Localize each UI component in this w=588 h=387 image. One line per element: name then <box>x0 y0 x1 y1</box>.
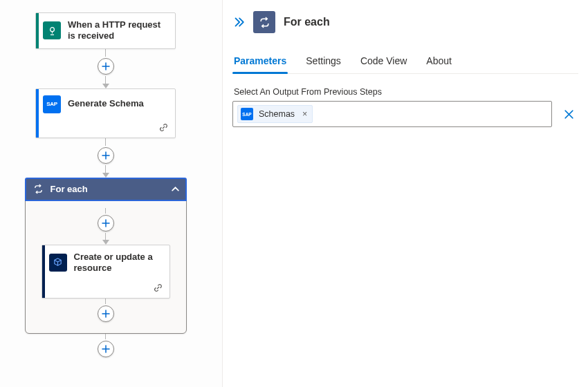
clear-field-button[interactable] <box>559 104 578 124</box>
token-label: Schemas <box>259 109 295 119</box>
add-step-button[interactable] <box>98 147 114 164</box>
collapse-panel-button[interactable] <box>232 16 245 28</box>
resource-icon <box>49 254 67 272</box>
add-step-button[interactable] <box>98 341 114 357</box>
step-title: Generate Schema <box>68 98 144 109</box>
output-field-label: Select An Output From Previous Steps <box>234 87 578 97</box>
tab-settings[interactable]: Settings <box>306 51 341 73</box>
loop-icon <box>33 184 44 194</box>
add-step-button[interactable] <box>98 58 114 75</box>
panel-title: For each <box>284 16 330 28</box>
step-title: Create or update a resource <box>74 252 163 274</box>
foreach-header[interactable]: For each <box>25 178 187 201</box>
http-icon <box>43 21 61 39</box>
sap-icon: SAP <box>241 108 253 120</box>
workflow-foreach-container[interactable]: For each Create or update a <box>25 178 187 334</box>
add-step-button[interactable] <box>98 215 114 232</box>
output-selection-field[interactable]: SAP Schemas × <box>232 101 552 127</box>
panel-tabs: Parameters Settings Code View About <box>234 51 578 74</box>
tab-code-view[interactable]: Code View <box>360 51 407 73</box>
token-remove-button[interactable]: × <box>300 109 307 119</box>
loop-icon <box>253 11 275 33</box>
accent-bar <box>36 89 39 138</box>
workflow-canvas: When a HTTP request is received SAP Gene… <box>0 0 223 387</box>
details-panel: For each Parameters Settings Code View A… <box>223 0 588 387</box>
add-step-button[interactable] <box>98 305 114 322</box>
link-icon <box>158 122 169 133</box>
workflow-step-generate-schema[interactable]: SAP Generate Schema <box>35 88 176 138</box>
step-title: When a HTTP request is received <box>68 19 168 42</box>
foreach-title: For each <box>50 184 88 194</box>
accent-bar <box>36 13 39 48</box>
token-schemas[interactable]: SAP Schemas × <box>237 105 313 123</box>
link-icon <box>153 283 163 293</box>
accent-bar <box>42 245 45 299</box>
tab-about[interactable]: About <box>426 51 452 73</box>
workflow-step-http-trigger[interactable]: When a HTTP request is received <box>35 12 176 49</box>
workflow-step-create-update-resource[interactable]: Create or update a resource <box>42 245 170 299</box>
sap-icon: SAP <box>43 95 61 113</box>
svg-point-0 <box>50 27 54 31</box>
chevron-up-icon[interactable] <box>171 185 180 194</box>
tab-parameters[interactable]: Parameters <box>234 51 286 73</box>
